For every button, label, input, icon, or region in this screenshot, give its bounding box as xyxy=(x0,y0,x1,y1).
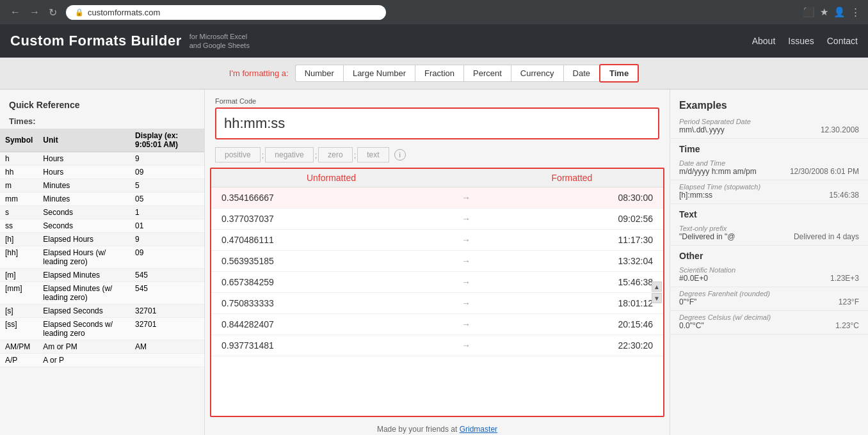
display-cell: 32701 xyxy=(130,304,204,318)
tab-number[interactable]: Number xyxy=(295,65,343,82)
example-row: 0.0"°C" 1.23°C xyxy=(679,321,859,330)
example-value: 12.30.2008 xyxy=(821,125,859,134)
unit-cell: Elapsed Hours (w/ leading zero) xyxy=(38,246,130,269)
segment-zero[interactable]: zero xyxy=(318,147,352,162)
symbol-cell: m xyxy=(0,179,38,193)
tab-date[interactable]: Date xyxy=(563,65,599,82)
formatted-cell: 22:30:20 xyxy=(481,335,663,356)
unit-cell: A or P xyxy=(38,354,130,367)
unformatted-cell: 0.470486111 xyxy=(211,230,451,251)
example-group-3: Other xyxy=(670,246,868,264)
info-icon[interactable]: i xyxy=(394,149,406,161)
app-subtitle: for Microsoft Excel and Google Sheets xyxy=(189,32,250,51)
browser-actions: ⬛ ★ 👤 ⋮ xyxy=(803,6,860,18)
arrow-cell: → xyxy=(451,251,481,272)
symbol-cell: [mm] xyxy=(0,282,38,304)
segment-positive[interactable]: positive xyxy=(215,147,261,162)
cast-icon[interactable]: ⬛ xyxy=(803,6,815,18)
formatted-cell: 18:01:12 xyxy=(481,293,663,314)
example-item[interactable]: Degrees Farenheit (rounded) 0"°F" 123°F xyxy=(670,287,868,311)
format-segments: positive ; negative ; zero ; text i xyxy=(205,145,670,168)
nav-about[interactable]: About xyxy=(752,36,776,46)
example-row: #0.0E+0 1.23E+3 xyxy=(679,274,859,283)
symbol-cell: [h] xyxy=(0,233,38,246)
unformatted-cell: 0.750833333 xyxy=(211,293,451,314)
unit-cell: Seconds xyxy=(38,206,130,219)
col-display: Display (ex: 9:05:01 AM) xyxy=(130,129,204,152)
table-row: 0.377037037 → 09:02:56 xyxy=(211,209,663,230)
example-row: "Delivered in "@ Delivered in 4 days xyxy=(679,232,859,241)
tab-fraction[interactable]: Fraction xyxy=(415,65,463,82)
nav-issues[interactable]: Issues xyxy=(788,36,814,46)
unit-cell: Elapsed Seconds w/ leading zero xyxy=(38,318,130,340)
example-item[interactable]: Elapsed Time (stopwatch) [h]:mm:ss 15:46… xyxy=(670,180,868,204)
col-symbol: Symbol xyxy=(0,129,38,152)
tab-time[interactable]: Time xyxy=(599,64,639,83)
table-row: s Seconds 1 xyxy=(0,206,204,219)
segment-negative[interactable]: negative xyxy=(265,147,313,162)
scroll-down-arrow[interactable]: ▼ xyxy=(652,293,662,303)
table-row: 0.657384259 → 15:46:38 xyxy=(211,272,663,293)
footer-link[interactable]: Gridmaster xyxy=(460,425,497,434)
symbol-cell: AM/PM xyxy=(0,340,38,354)
formatted-cell: 15:46:38 xyxy=(481,272,663,293)
arrow-cell: → xyxy=(451,230,481,251)
bookmark-icon[interactable]: ★ xyxy=(820,6,828,18)
table-row: ss Seconds 01 xyxy=(0,219,204,233)
scroll-up-arrow[interactable]: ▲ xyxy=(652,281,662,292)
display-cell: 01 xyxy=(130,219,204,233)
examples-container: Period Separated Date mm\.dd\.yyyy 12.30… xyxy=(670,115,868,335)
format-code-input[interactable] xyxy=(215,107,659,139)
sep3: ; xyxy=(353,150,358,160)
nav-buttons: ← → ↻ xyxy=(8,5,60,20)
tab-large-number[interactable]: Large Number xyxy=(343,65,415,82)
profile-icon[interactable]: 👤 xyxy=(833,6,846,18)
example-item[interactable]: Scientific Notation #0.0E+0 1.23E+3 xyxy=(670,264,868,287)
unformatted-cell: 0.937731481 xyxy=(211,335,451,356)
example-value: 1.23E+3 xyxy=(830,274,859,283)
url-text: customformats.com xyxy=(88,8,160,17)
tab-currency[interactable]: Currency xyxy=(511,65,563,82)
arrow-cell: → xyxy=(451,293,481,314)
unit-cell: Minutes xyxy=(38,193,130,206)
example-value: Delivered in 4 days xyxy=(794,232,859,241)
tab-bar-label: I'm formatting a: xyxy=(229,68,289,78)
example-name: Text-only prefix xyxy=(679,225,859,232)
symbol-cell: hh xyxy=(0,166,38,179)
example-item[interactable]: Text-only prefix "Delivered in "@ Delive… xyxy=(670,222,868,246)
segment-text[interactable]: text xyxy=(357,147,389,162)
menu-icon[interactable]: ⋮ xyxy=(851,6,860,18)
example-row: 0"°F" 123°F xyxy=(679,297,859,306)
symbol-cell: h xyxy=(0,152,38,166)
reload-button[interactable]: ↻ xyxy=(46,5,60,20)
example-name: Scientific Notation xyxy=(679,266,859,274)
unformatted-cell: 0.657384259 xyxy=(211,272,451,293)
example-item[interactable]: Period Separated Date mm\.dd\.yyyy 12.30… xyxy=(670,115,868,139)
table-row: 0.354166667 → 08:30:00 xyxy=(211,187,663,209)
table-row: mm Minutes 05 xyxy=(0,193,204,206)
unit-cell: Seconds xyxy=(38,219,130,233)
nav-contact[interactable]: Contact xyxy=(827,36,858,46)
display-cell: 09 xyxy=(130,166,204,179)
col-formatted: Formatted xyxy=(481,169,663,187)
formatted-cell: 13:32:04 xyxy=(481,251,663,272)
back-button[interactable]: ← xyxy=(8,5,23,20)
table-row: m Minutes 5 xyxy=(0,179,204,193)
example-row: m/d/yyyy h:mm am/pm 12/30/2008 6:01 PM xyxy=(679,167,859,176)
example-item[interactable]: Date and Time m/d/yyyy h:mm am/pm 12/30/… xyxy=(670,157,868,180)
example-item[interactable]: Degrees Celsius (w/ decimal) 0.0"°C" 1.2… xyxy=(670,311,868,335)
example-code: "Delivered in "@ xyxy=(679,232,735,241)
browser-chrome: ← → ↻ 🔒 customformats.com ⬛ ★ 👤 ⋮ xyxy=(0,0,868,24)
symbol-cell: [hh] xyxy=(0,246,38,269)
address-bar[interactable]: 🔒 customformats.com xyxy=(66,5,386,20)
table-row: [s] Elapsed Seconds 32701 xyxy=(0,304,204,318)
tab-percent[interactable]: Percent xyxy=(463,65,511,82)
sep2: ; xyxy=(314,150,319,160)
unit-cell: Elapsed Minutes xyxy=(38,269,130,282)
forward-button[interactable]: → xyxy=(27,5,42,20)
table-row: [mm] Elapsed Minutes (w/ leading zero) 5… xyxy=(0,282,204,304)
arrow-cell: → xyxy=(451,272,481,293)
display-cell: 5 xyxy=(130,179,204,193)
unformatted-cell: 0.563935185 xyxy=(211,251,451,272)
symbol-cell: [ss] xyxy=(0,318,38,340)
